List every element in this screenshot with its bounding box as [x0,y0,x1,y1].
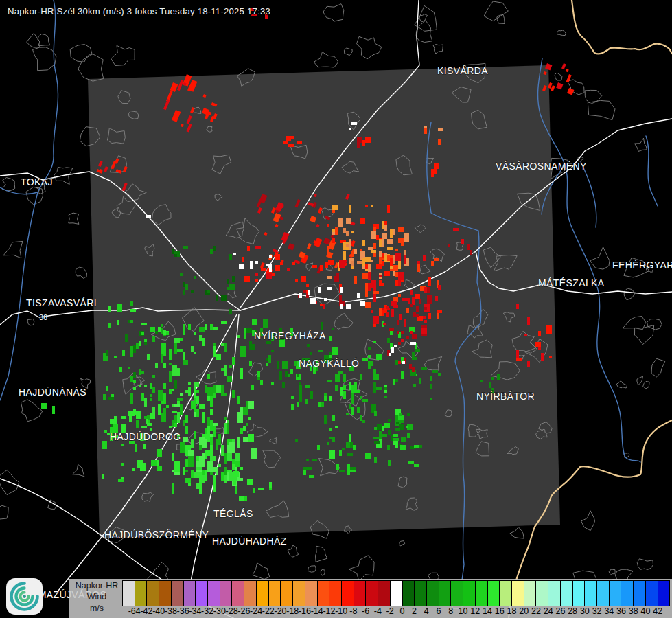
radar-echo-cell [237,335,240,338]
colorbar-quantity-label: Wind [71,591,122,602]
radar-echo-cell [373,437,379,439]
radar-echo-cell [130,376,133,382]
radar-echo-cell [401,238,404,246]
colorbar-tick-label: 16 [495,606,505,616]
colorbar-legend: Napkor-HR Wind m/s [71,580,122,614]
radar-echo-cell [248,434,254,442]
colorbar-tick-label: -26 [237,606,250,616]
radar-echo-cell [251,448,257,459]
radar-echo-cell [136,420,139,428]
radar-echo-cell [194,382,199,387]
radar-echo-cell [166,332,169,335]
colorbar-swatch [463,581,475,606]
radar-echo-cell [362,273,368,279]
radar-echo-cell [158,390,163,401]
weather-radar-app: 36 TOKAJKISVÁRDAVÁSÁROSNAMÉNYFEHÉRGYARMA… [0,0,672,618]
colorbar-swatches [122,580,670,606]
radar-echo-cell [207,426,210,437]
radar-echo-cell [396,422,399,424]
radar-echo-cell [299,393,302,402]
radar-echo-cell [157,466,162,471]
radar-echo-cell [406,308,409,313]
radar-echo-cell [196,467,202,470]
radar-echo-cell [371,205,373,207]
radar-echo-cell [183,437,188,442]
radar-echo-cell [280,262,283,265]
radar-echo-cell [412,367,415,372]
colorbar-tick-label: -12 [323,606,335,616]
radar-echo-cell [185,284,188,290]
radar-echo-cell [288,144,294,147]
radar-echo-cell [350,453,353,456]
radar-echo-cell [339,295,342,301]
radar-echo-cell [183,420,185,426]
radar-echo-cell [397,320,399,325]
radar-echo-cell [309,475,314,478]
radar-echo-cell [227,279,229,284]
radar-echo-cell [243,437,248,442]
radar-echo-cell [224,453,227,464]
radar-echo-cell [428,277,431,286]
radar-echo-cell [106,386,108,391]
radar-echo-cell [373,243,376,249]
radar-echo-cell [146,215,151,218]
colorbar-swatch [426,581,439,606]
radar-echo-cell [210,445,213,456]
radar-echo-cell [121,477,124,479]
colorbar-swatch [645,581,658,606]
radar-echo-cell [295,279,298,282]
colorbar-swatch [511,581,524,606]
radar-echo-cell [277,360,279,369]
radar-echo-cell [362,399,368,402]
radar-echo-cell [161,343,166,354]
radar-echo-cell [183,467,185,475]
radar-echo-cell [398,280,401,286]
radar-echo-cell [360,301,365,306]
radar-echo-cell [332,328,334,330]
radar-echo-cell [410,290,413,295]
radar-echo-cell [150,383,152,389]
colorbar-tick-label: -42 [140,606,152,616]
radar-echo-cell [177,349,183,352]
colorbar-tick-label: -36 [177,606,189,616]
radar-echo-cell [546,325,552,334]
radar-echo-cell [285,371,288,377]
radar-echo-cell [172,411,177,413]
radar-echo-cell [393,434,398,437]
colorbar-swatch [341,581,354,606]
radar-echo-cell [360,374,362,380]
radar-echo-cell [139,385,141,387]
radar-echo-cell [393,379,395,385]
radar-echo-cell [174,254,177,257]
radar-echo-cell [368,360,371,369]
radar-echo-cell [376,235,379,240]
radar-echo-cell [136,343,139,349]
colorbar-swatch [123,581,135,606]
radar-echo-cell [144,398,147,407]
radar-echo-cell [202,412,205,423]
radar-echo-cell [221,385,224,396]
radar-echo-cell [239,496,244,501]
radar-echo-cell [188,387,191,393]
radar-echo-cell [427,299,432,304]
radar-echo-cell [373,382,376,387]
radar-echo-cell [174,343,177,349]
radar-echo-cell [343,374,346,382]
radar-echo-cell [362,258,365,266]
radar-echo-cell [266,341,271,344]
radar-echo-cell [151,460,157,466]
radar-echo-cell [286,136,291,141]
radar-echo-cell [323,304,325,309]
radar-echo-cell [196,461,199,467]
radar-echo-cell [144,385,147,387]
radar-echo-cell [346,244,349,247]
radar-echo-cell [343,251,346,260]
radar-echo-cell [172,453,174,461]
radar-echo-cell [325,262,328,268]
colorbar-tick-label: -14 [311,606,323,616]
radar-echo-cell [210,409,213,415]
radar-echo-cell [406,336,409,339]
radar-echo-cell [216,385,221,393]
radar-echo-cell [275,265,280,271]
radar-echo-cell [336,273,339,276]
